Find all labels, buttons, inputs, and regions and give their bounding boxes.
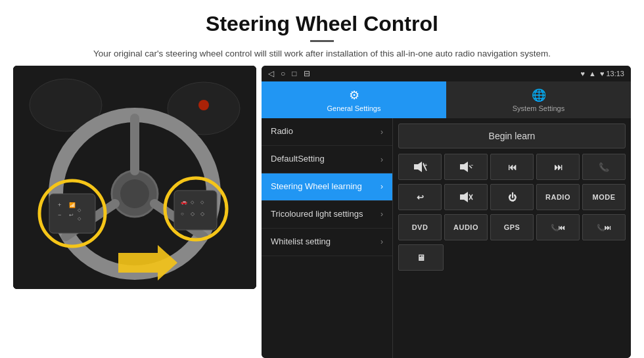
mode-label: MODE [593,193,616,201]
page-title: Steering Wheel Control [26,12,618,36]
svg-point-6 [120,179,149,208]
volume-down-button[interactable]: − [444,154,488,180]
gps-button[interactable]: GPS [490,214,534,240]
control-grid-row3: DVD AUDIO GPS 📞⏮ 📞⏭ [398,214,626,240]
location-icon: ♥ [580,70,585,78]
begin-learn-button[interactable]: Begin learn [398,123,626,148]
prev-track-icon: ⏮ [508,162,517,172]
recents-icon[interactable]: □ [292,69,296,78]
phone-icon: 📞 [599,162,609,172]
prev-track-button[interactable]: ⏮ [490,154,534,180]
chevron-icon: › [380,127,383,137]
menu-item-tricoloured[interactable]: Tricoloured light settings › [262,201,392,229]
menu-item-default-label: DefaultSetting [271,154,380,165]
header-description: Your original car's steering wheel contr… [92,47,552,60]
menu-item-whitelist-label: Whitelist setting [271,236,380,248]
radio-button[interactable]: RADIO [536,184,580,210]
system-settings-icon: 🌐 [532,88,546,102]
power-icon: ⏻ [508,192,517,202]
settings-panel: Radio › DefaultSetting › Steering Wheel … [262,118,631,358]
power-button[interactable]: ⏻ [490,184,534,210]
menu-item-whitelist[interactable]: Whitelist setting › [262,229,392,256]
back-button[interactable]: ↩ [398,184,442,210]
chevron-icon: › [380,155,383,164]
phone-prev-button[interactable]: 📞⏮ [536,214,580,240]
page-container: Steering Wheel Control Your original car… [0,0,644,358]
status-bar: ◁ ○ □ ⊟ ♥ ▲ ♥ 13:13 [262,66,631,81]
tab-bar: ⚙ General Settings 🌐 System Settings [262,81,631,118]
svg-text:📶: 📶 [69,202,76,208]
svg-point-3 [198,100,209,110]
menu-item-radio-label: Radio [271,126,380,137]
menu-item-steering-wheel[interactable]: Steering Wheel learning › [262,173,392,201]
tab-system-settings[interactable]: 🌐 System Settings [446,81,631,118]
back-icon: ↩ [417,192,424,202]
svg-text:🚗: 🚗 [181,198,187,205]
menu-item-radio[interactable]: Radio › [262,118,392,146]
svg-marker-34 [460,192,468,202]
next-track-button[interactable]: ⏭ [536,154,580,180]
menu-item-default-setting[interactable]: DefaultSetting › [262,146,392,173]
general-settings-icon: ⚙ [349,88,359,102]
tab-general-label: General Settings [327,104,381,112]
mode-button[interactable]: MODE [582,184,626,210]
menu-item-tricoloured-label: Tricoloured light settings [271,209,380,220]
steering-wheel-image: + − 📶 ↩ ◇ ◇ 🚗 ◇ ◇ ○ ◇ ◇ [13,66,256,289]
control-grid-row4: 🖥 [398,244,626,271]
chevron-icon: › [380,210,383,219]
dvd-button[interactable]: DVD [398,214,442,240]
svg-text:↩: ↩ [69,212,74,218]
screen-icon: 🖥 [417,253,425,263]
status-bar-left: ◁ ○ □ ⊟ [268,69,310,78]
audio-button[interactable]: AUDIO [444,214,488,240]
mute-button[interactable] [444,184,488,210]
svg-rect-17 [174,190,217,230]
next-track-icon: ⏭ [554,162,563,172]
controls-panel: Begin learn + − ⏮ ⏭ [393,118,631,358]
chevron-icon: › [380,237,383,246]
header: Steering Wheel Control Your original car… [0,0,644,66]
status-bar-right: ♥ ▲ ♥ 13:13 [580,70,624,78]
gps-label: GPS [504,223,520,231]
volume-up-button[interactable]: + [398,154,442,180]
svg-text:○: ○ [181,211,184,217]
svg-text:◇: ◇ [200,211,205,217]
svg-text:−: − [58,212,61,218]
home-icon[interactable]: ○ [281,69,285,78]
audio-label: AUDIO [453,223,478,231]
radio-label: RADIO [545,193,570,201]
begin-learn-row: Begin learn [398,123,626,148]
svg-text:+: + [425,163,427,168]
back-icon[interactable]: ◁ [268,69,274,78]
header-divider [310,40,334,42]
phone-prev-icon: 📞⏮ [551,224,565,231]
dvd-label: DVD [412,223,428,231]
menu-icon[interactable]: ⊟ [304,69,310,78]
svg-text:+: + [58,202,61,208]
tab-system-label: System Settings [513,104,564,112]
chevron-icon: › [380,182,383,191]
control-grid-row2: ↩ ⏻ RADIO MODE [398,184,626,210]
tab-general-settings[interactable]: ⚙ General Settings [262,81,446,118]
phone-button[interactable]: 📞 [582,154,626,180]
svg-marker-27 [414,162,422,172]
device-ui: ◁ ○ □ ⊟ ♥ ▲ ♥ 13:13 ⚙ General Settings [262,66,631,358]
menu-item-steering-label: Steering Wheel learning [271,181,380,192]
phone-next-icon: 📞⏭ [597,224,611,231]
phone-next-button[interactable]: 📞⏭ [582,214,626,240]
svg-marker-31 [460,162,468,172]
svg-text:−: − [471,163,473,168]
main-content: + − 📶 ↩ ◇ ◇ 🚗 ◇ ◇ ○ ◇ ◇ [0,66,644,358]
time-display: ♥ 13:13 [600,70,624,78]
svg-text:◇: ◇ [191,211,195,217]
wifi-icon: ▲ [589,70,596,78]
steering-wheel-bg: + − 📶 ↩ ◇ ◇ 🚗 ◇ ◇ ○ ◇ ◇ [13,66,256,289]
screen-button[interactable]: 🖥 [398,244,444,271]
menu-list: Radio › DefaultSetting › Steering Wheel … [262,118,393,358]
control-grid-row1: + − ⏮ ⏭ 📞 [398,154,626,180]
steering-wheel-svg: + − 📶 ↩ ◇ ◇ 🚗 ◇ ◇ ○ ◇ ◇ [13,66,256,289]
